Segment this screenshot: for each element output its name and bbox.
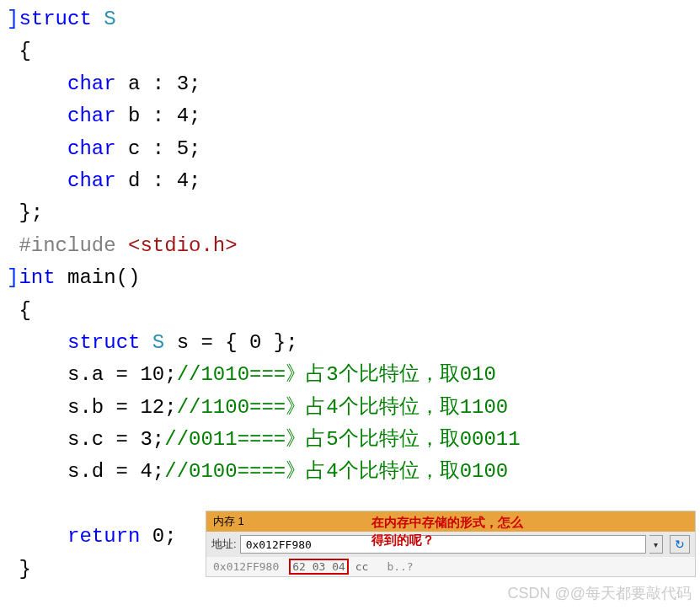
watermark: CSDN @@每天都要敲代码 [507,583,692,603]
refresh-button[interactable]: ↻ [670,535,690,554]
memory-bytes: 62 03 04 cc [289,560,368,573]
memory-ascii: b..? [387,560,413,573]
code-line: struct S s = { 0 }; [0,327,700,359]
code-line: char b : 4; [0,100,700,132]
code-line: { [0,35,700,67]
fold-bracket: ] [7,266,19,289]
code-line: ]struct S [0,3,700,35]
code-line: s.d = 4;//0100====》占4个比特位，取0100 [0,456,700,488]
code-line: char c : 5; [0,133,700,165]
code-line: #include <stdio.h> [0,230,700,262]
dropdown-icon[interactable]: ▾ [649,535,663,554]
code-line: char a : 3; [0,68,700,100]
code-editor: ]struct S { char a : 3; char b : 4; char… [0,0,700,589]
code-line: ]int main() [0,262,700,294]
memory-address: 0x012FF980 [213,560,279,573]
annotation-text: 在内存中存储的形式，怎么 得到的呢？ [371,514,523,549]
memory-hex-view: 0x012FF980 62 03 04 cc b..? [206,557,695,576]
fold-bracket: ] [7,8,19,30]
refresh-icon: ↻ [675,538,685,551]
code-line: }; [0,197,700,229]
code-line: s.b = 12;//1100===》占4个比特位，取1100 [0,392,700,424]
address-label: 地址: [211,537,237,552]
code-line: { [0,295,700,327]
code-line: s.a = 10;//1010===》占3个比特位，取010 [0,359,700,391]
code-line: char d : 4; [0,165,700,197]
code-line: s.c = 3;//0011====》占5个比特位，取00011 [0,424,700,456]
